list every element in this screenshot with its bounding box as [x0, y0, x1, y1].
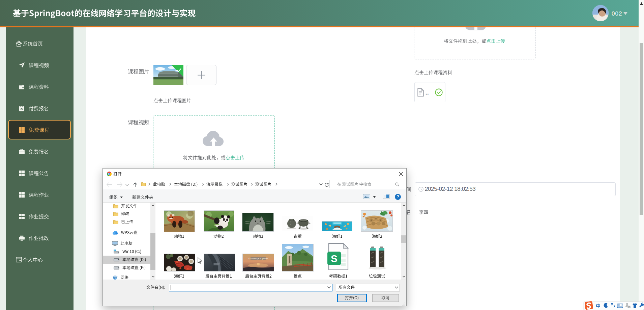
svg-text:19: 19 [627, 306, 630, 309]
svg-text:S: S [331, 253, 338, 264]
svg-text:?: ? [397, 195, 399, 199]
svg-text:Knowledge is power: Knowledge is power [248, 257, 268, 260]
